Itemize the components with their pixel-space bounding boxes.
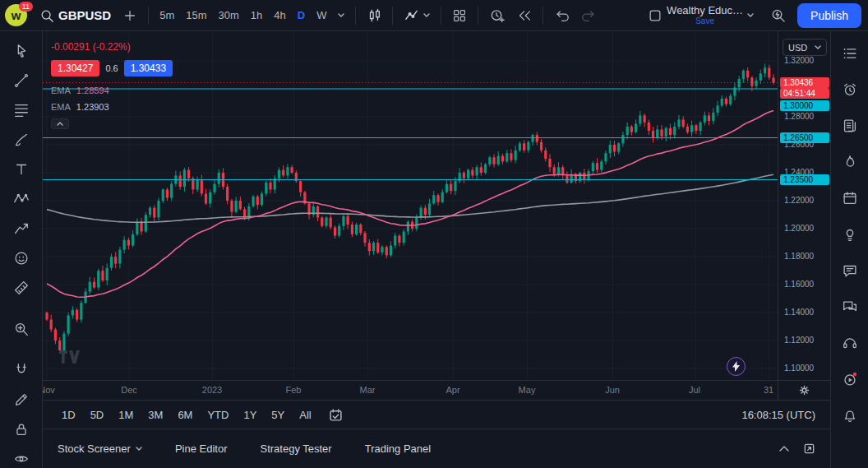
timeframe-5m[interactable]: 5m bbox=[155, 6, 179, 25]
chevron-down-icon bbox=[815, 45, 821, 49]
fib-retracement-tool-button[interactable] bbox=[7, 96, 36, 124]
currency-label: USD bbox=[788, 43, 807, 53]
conversations-button[interactable] bbox=[835, 293, 865, 321]
timeframe-15m[interactable]: 15m bbox=[181, 6, 211, 25]
range-6m[interactable]: 6M bbox=[172, 405, 198, 424]
measure-tool-button[interactable] bbox=[7, 274, 36, 302]
range-all[interactable]: All bbox=[293, 405, 316, 424]
range-1m[interactable]: 1M bbox=[113, 405, 139, 424]
cursor-tool-button[interactable] bbox=[7, 37, 36, 65]
tab-trading-panel[interactable]: Trading Panel bbox=[365, 443, 431, 455]
price-tick: 1.12000 bbox=[784, 336, 814, 345]
level-price-label[interactable]: 1.30000 bbox=[780, 100, 829, 111]
help-button[interactable] bbox=[835, 329, 865, 357]
timeframe-menu-button[interactable] bbox=[333, 10, 349, 21]
brush-tool-button[interactable] bbox=[7, 126, 36, 154]
level-price-label[interactable]: 1.23500 bbox=[780, 174, 829, 185]
chart-style-button[interactable] bbox=[362, 5, 386, 26]
zoom-tool-button[interactable] bbox=[7, 315, 36, 343]
go-to-date-button[interactable] bbox=[329, 408, 343, 422]
range-5y[interactable]: 5Y bbox=[265, 405, 290, 424]
redo-button[interactable] bbox=[576, 4, 602, 26]
spread-value: 0.6 bbox=[104, 63, 119, 73]
tab-stock-screener[interactable]: Stock Screener bbox=[58, 443, 142, 455]
hotlists-button[interactable] bbox=[835, 148, 865, 176]
pencil-icon bbox=[12, 391, 30, 409]
redo-arrow-icon bbox=[581, 7, 597, 23]
magnet-tool-button[interactable] bbox=[7, 356, 36, 384]
streams-button[interactable] bbox=[835, 365, 865, 393]
toolbar-divider bbox=[148, 7, 149, 25]
ema-legend-row[interactable]: EMA 1.23903 bbox=[51, 102, 173, 112]
time-axis-labels[interactable]: NovDec2023FebMarAprMayJunJul31 bbox=[43, 381, 778, 400]
compare-add-button[interactable] bbox=[118, 5, 142, 26]
tab-label: Pine Editor bbox=[175, 443, 228, 455]
tab-label: Stock Screener bbox=[58, 443, 131, 455]
chevron-down-icon bbox=[747, 13, 754, 17]
undo-button[interactable] bbox=[549, 4, 575, 26]
indicators-button[interactable] bbox=[399, 4, 435, 26]
hide-drawings-button[interactable] bbox=[7, 445, 36, 468]
legend-collapse-button[interactable] bbox=[51, 118, 69, 129]
range-1y[interactable]: 1Y bbox=[238, 405, 262, 424]
range-5d[interactable]: 5D bbox=[85, 405, 110, 424]
range-1d[interactable]: 1D bbox=[56, 405, 81, 424]
panel-restore-button[interactable] bbox=[803, 443, 815, 455]
save-layout-button[interactable]: Wealthy Educ… Save bbox=[643, 2, 759, 30]
chart-pane[interactable]: -0.00291 (-0.22%) 1.30427 0.6 1.30433 EM… bbox=[43, 31, 778, 380]
price-tick: 1.28000 bbox=[784, 112, 814, 122]
news-button[interactable] bbox=[835, 112, 865, 140]
ema-value: 1.23903 bbox=[76, 102, 109, 112]
save-status-text[interactable]: Save bbox=[695, 16, 714, 26]
logo[interactable]: w 11 bbox=[5, 3, 33, 28]
price-scale[interactable]: USD 1.320001.300001.280001.260001.240001… bbox=[778, 31, 830, 380]
brush-icon bbox=[12, 131, 30, 149]
bar-replay-button[interactable] bbox=[512, 5, 537, 26]
flame-icon bbox=[841, 153, 859, 171]
currency-dropdown[interactable]: USD bbox=[783, 39, 827, 56]
notifications-button[interactable] bbox=[835, 401, 865, 429]
timeframe-1w[interactable]: W bbox=[312, 6, 331, 25]
draw-mode-button[interactable] bbox=[7, 386, 36, 414]
level-price-label[interactable]: 1.26500 bbox=[780, 132, 829, 143]
text-tool-button[interactable] bbox=[7, 155, 36, 183]
timeframe-4h[interactable]: 4h bbox=[269, 6, 290, 25]
buy-button[interactable]: 1.30433 bbox=[124, 60, 173, 76]
ideas-button[interactable] bbox=[835, 220, 865, 248]
sell-button[interactable]: 1.30427 bbox=[51, 60, 99, 76]
watchlist-button[interactable] bbox=[835, 39, 865, 67]
quick-search-button[interactable] bbox=[765, 4, 791, 26]
timeframe-1d[interactable]: D bbox=[293, 6, 310, 25]
trend-line-tool-button[interactable] bbox=[7, 67, 36, 95]
ruler-icon bbox=[12, 279, 30, 297]
date-range-bar: 1D 5D 1M 3M 6M YTD 1Y 5Y All 16:08:15 (U… bbox=[43, 400, 830, 429]
range-3m[interactable]: 3M bbox=[142, 405, 169, 424]
publish-button[interactable]: Publish bbox=[797, 3, 861, 28]
calendar-button[interactable] bbox=[835, 184, 865, 212]
timeframe-30m[interactable]: 30m bbox=[214, 6, 244, 25]
time-axis-label: Nov bbox=[43, 385, 55, 395]
ema-legend-row[interactable]: EMA 1.28594 bbox=[51, 86, 173, 95]
news-icon bbox=[841, 117, 859, 135]
emoji-tool-button[interactable] bbox=[7, 244, 36, 272]
chat-button[interactable] bbox=[835, 257, 865, 285]
scale-settings-cell[interactable] bbox=[778, 381, 830, 400]
lock-drawings-button[interactable] bbox=[7, 415, 36, 443]
tab-strategy-tester[interactable]: Strategy Tester bbox=[260, 443, 331, 455]
forecast-tool-button[interactable] bbox=[7, 215, 36, 243]
xabcd-pattern-icon bbox=[12, 190, 30, 208]
timeframe-1h[interactable]: 1h bbox=[246, 6, 267, 25]
symbol-search-button[interactable]: GBPUSD bbox=[35, 5, 116, 26]
utc-clock[interactable]: 16:08:15 (UTC) bbox=[741, 409, 817, 421]
instant-trading-button[interactable] bbox=[727, 357, 746, 376]
multichart-layout-button[interactable] bbox=[447, 5, 472, 26]
create-alert-button[interactable] bbox=[484, 4, 510, 27]
lightning-icon bbox=[732, 361, 741, 372]
pattern-tool-button[interactable] bbox=[7, 185, 36, 213]
time-axis[interactable]: NovDec2023FebMarAprMayJunJul31 bbox=[43, 380, 830, 400]
tab-pine-editor[interactable]: Pine Editor bbox=[175, 443, 228, 455]
range-ytd[interactable]: YTD bbox=[201, 405, 234, 424]
panel-collapse-button[interactable] bbox=[778, 445, 790, 452]
restore-panel-icon bbox=[803, 443, 815, 455]
alerts-button[interactable] bbox=[835, 76, 865, 104]
